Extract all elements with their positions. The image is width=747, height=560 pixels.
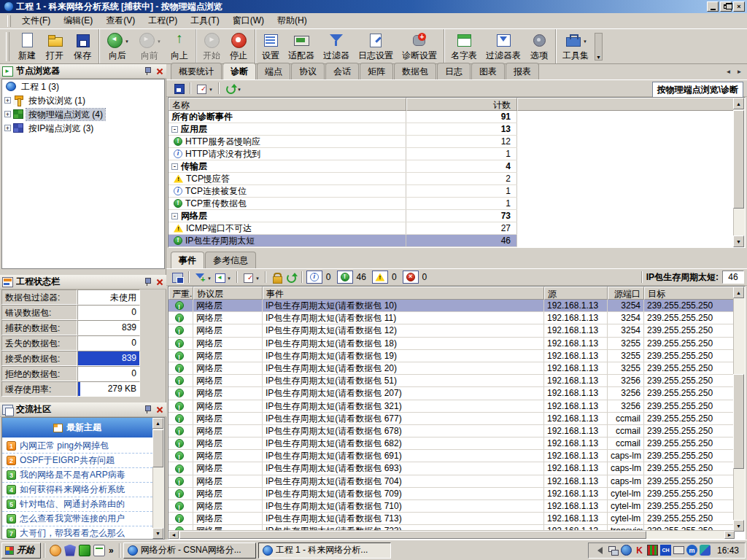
volume-icon[interactable] bbox=[595, 545, 605, 556]
close-panel-icon[interactable] bbox=[155, 405, 164, 414]
taskbar-window-button[interactable]: 工程 1 - 科来网络分析... bbox=[258, 542, 391, 559]
view-tab[interactable]: 诊断 bbox=[222, 63, 256, 79]
network-icon[interactable] bbox=[608, 545, 619, 556]
title-bar[interactable]: 工程 1 - 科来网络分析系统 [捕获中] - 按物理端点浏览 × bbox=[0, 0, 747, 13]
goto-packet-button[interactable] bbox=[213, 271, 233, 284]
pin-icon[interactable] bbox=[143, 277, 152, 287]
scroll-up-icon[interactable]: ▲ bbox=[733, 287, 744, 298]
export-button[interactable] bbox=[171, 271, 185, 284]
event-row[interactable]: 网络层 IP包生存周期太短(请看数据包 51) 192.168.1.13 325… bbox=[169, 375, 735, 387]
diagnosis-row[interactable]: ICMP端口不可达 27 bbox=[169, 222, 517, 235]
dropdown-arrow-icon[interactable] bbox=[583, 35, 587, 45]
community-header[interactable]: 交流社区 bbox=[0, 402, 166, 417]
toolbar-button[interactable]: 保存 bbox=[69, 29, 96, 63]
column-header-count[interactable]: 计数 bbox=[406, 98, 517, 111]
event-row[interactable]: 网络层 IP包生存周期太短(请看数据包 20) 192.168.1.13 325… bbox=[169, 362, 735, 375]
topic-link[interactable]: 2 OSPF于EIGRP共存问题 bbox=[2, 454, 152, 468]
scroll-right-icon[interactable]: ► bbox=[724, 531, 735, 539]
diagnosis-row[interactable]: HTTP请求没有找到 1 bbox=[169, 148, 517, 160]
scroll-down-icon[interactable]: ▼ bbox=[152, 528, 163, 539]
columns-button[interactable] bbox=[241, 271, 261, 284]
scroll-down-icon[interactable]: ▼ bbox=[733, 520, 744, 532]
view-tab[interactable]: 矩阵 bbox=[360, 63, 393, 79]
refresh-button[interactable] bbox=[223, 82, 243, 95]
event-row[interactable]: 网络层 IP包生存周期太短(请看数据包 713) 192.168.1.13 cy… bbox=[169, 513, 735, 525]
tree-item[interactable]: 工程 1 (3) bbox=[2, 79, 164, 93]
events-vertical-scrollbar[interactable]: ▲ ▼ bbox=[733, 287, 745, 532]
event-row[interactable]: 网络层 IP包生存周期太短(请看数据包 691) 192.168.1.13 ca… bbox=[169, 450, 735, 462]
scroll-thumb[interactable] bbox=[733, 374, 744, 469]
expand-icon[interactable] bbox=[4, 97, 11, 104]
internet-icon[interactable] bbox=[621, 545, 632, 556]
column-header-target[interactable]: 目标 bbox=[644, 287, 735, 300]
column-header-source-port[interactable]: 源端口 bbox=[608, 287, 644, 300]
view-tab[interactable]: 报表 bbox=[506, 63, 539, 79]
start-button[interactable]: 开始 bbox=[1, 542, 41, 559]
toolbar-button[interactable]: 设置 bbox=[255, 29, 284, 63]
expand-icon[interactable] bbox=[4, 111, 11, 117]
close-panel-icon[interactable] bbox=[155, 67, 164, 76]
toolbar-button[interactable]: 适配器 bbox=[284, 29, 319, 63]
view-tab[interactable]: 端点 bbox=[257, 63, 290, 79]
diagnosis-row[interactable]: TCP重传数据包 1 bbox=[169, 198, 517, 210]
scroll-thumb[interactable] bbox=[179, 531, 646, 539]
event-row[interactable]: 网络层 IP包生存周期太短(请看数据包 10) 192.168.1.13 325… bbox=[169, 300, 735, 312]
event-row[interactable]: 网络层 IP包生存周期太短(请看数据包 704) 192.168.1.13 ca… bbox=[169, 475, 735, 488]
tab-scroll-left-icon[interactable]: ◄ bbox=[724, 67, 733, 77]
bottom-tab[interactable]: 事件 bbox=[171, 252, 204, 268]
diagnosis-row[interactable]: IP包生存周期太短 46 bbox=[169, 235, 517, 247]
severity-filter-toggle[interactable]: 0 bbox=[403, 271, 427, 284]
toolbar-button[interactable]: 工具集 bbox=[555, 29, 593, 63]
menu-item[interactable]: 工具(T) bbox=[184, 13, 225, 28]
severity-filter-toggle[interactable]: 0 bbox=[372, 271, 397, 284]
toolbar-button[interactable]: 向上 bbox=[166, 29, 193, 63]
event-row[interactable]: 网络层 IP包生存周期太短(请看数据包 693) 192.168.1.13 ca… bbox=[169, 462, 735, 475]
events-horizontal-scrollbar[interactable]: ◄ ► bbox=[169, 530, 735, 539]
node-browser-header[interactable]: 节点浏览器 bbox=[0, 64, 166, 79]
quick-launch-icon[interactable] bbox=[79, 545, 90, 556]
scroll-left-icon[interactable]: ◄ bbox=[169, 531, 179, 539]
display-options-button[interactable] bbox=[195, 82, 214, 95]
toolbar-button[interactable]: 停止 bbox=[225, 29, 252, 63]
toolbar-button[interactable]: 打开 bbox=[41, 29, 69, 63]
menu-item[interactable]: 编辑(E) bbox=[57, 13, 99, 28]
topic-link[interactable]: 7 大哥们，帮我看看怎么那么 bbox=[2, 526, 152, 540]
column-header-layer[interactable]: 协议层 bbox=[193, 287, 263, 300]
scroll-down-icon[interactable]: ▼ bbox=[733, 236, 744, 247]
pin-icon[interactable] bbox=[143, 405, 152, 414]
toolbar-button[interactable]: 名字表 bbox=[444, 29, 481, 63]
keyboard-icon[interactable] bbox=[673, 546, 684, 554]
column-header-name[interactable]: 名称 bbox=[169, 98, 406, 111]
refresh-events-button[interactable] bbox=[284, 271, 298, 284]
diagnosis-row[interactable]: 所有的诊断事件 91 bbox=[169, 111, 517, 123]
diagnosis-row[interactable]: TCP慢应答 2 bbox=[169, 173, 517, 185]
toolbar-button[interactable]: 新建 bbox=[13, 29, 41, 63]
view-tab[interactable]: 数据包 bbox=[394, 63, 436, 79]
scroll-thumb[interactable] bbox=[152, 429, 163, 467]
diagnosis-row[interactable]: TCP连接被复位 1 bbox=[169, 185, 517, 198]
toolbar-button[interactable]: 诊断设置 bbox=[398, 29, 441, 63]
menu-item[interactable]: 文件(F) bbox=[15, 13, 57, 28]
event-row[interactable]: 网络层 IP包生存周期太短(请看数据包 207) 192.168.1.13 32… bbox=[169, 387, 735, 400]
project-status-header[interactable]: 工程状态栏 bbox=[0, 275, 166, 289]
menu-item[interactable]: 帮助(H) bbox=[271, 13, 314, 28]
kaspersky-icon[interactable]: K bbox=[634, 545, 645, 556]
toolbar-button[interactable]: 过滤器表 bbox=[481, 29, 525, 63]
menu-item[interactable]: 窗口(W) bbox=[226, 13, 271, 28]
event-row[interactable]: 网络层 IP包生存周期太短(请看数据包 678) 192.168.1.13 cc… bbox=[169, 425, 735, 438]
dropdown-arrow-icon[interactable] bbox=[125, 35, 129, 45]
restore-button[interactable] bbox=[720, 1, 732, 12]
diagnosis-scrollbar[interactable]: ▲ ▼ bbox=[733, 98, 745, 247]
pin-icon[interactable] bbox=[143, 66, 152, 76]
topic-link[interactable]: 6 怎么查看我宽带连接的用户 bbox=[2, 512, 152, 526]
menu-item[interactable]: 工程(P) bbox=[142, 13, 184, 28]
minimize-button[interactable] bbox=[707, 1, 719, 12]
toolbar-button[interactable]: 选项 bbox=[525, 29, 553, 63]
event-row[interactable]: 网络层 IP包生存周期太短(请看数据包 709) 192.168.1.13 cy… bbox=[169, 488, 735, 500]
messenger-icon[interactable] bbox=[700, 545, 711, 556]
menu-item[interactable]: 查看(V) bbox=[99, 13, 142, 28]
expand-icon[interactable] bbox=[4, 125, 11, 131]
diagnosis-row[interactable]: 传输层 4 bbox=[169, 160, 517, 173]
quick-launch-icon[interactable] bbox=[93, 545, 105, 556]
event-row[interactable]: 网络层 IP包生存周期太短(请看数据包 12) 192.168.1.13 325… bbox=[169, 324, 735, 337]
